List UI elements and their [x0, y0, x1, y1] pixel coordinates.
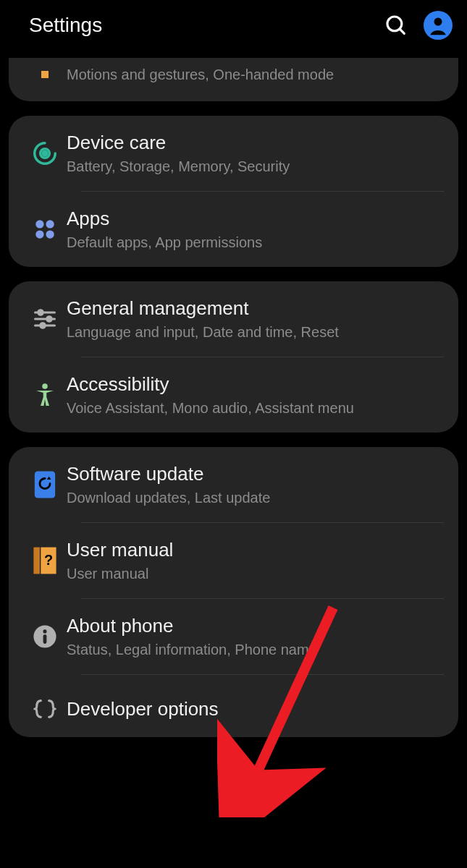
row-sub: Language and input, Date and time, Reset	[67, 324, 444, 341]
row-user-manual[interactable]: ? User manual User manual	[9, 523, 458, 598]
svg-rect-24	[43, 634, 47, 644]
settings-list: Motions and gestures, One-handed mode De…	[0, 58, 467, 737]
search-icon[interactable]	[382, 11, 411, 40]
settings-header: Settings	[0, 0, 467, 51]
svg-point-7	[35, 220, 43, 228]
row-accessibility[interactable]: Accessibility Voice Assistant, Mono audi…	[9, 357, 458, 433]
card-system: Software update Download updates, Last u…	[9, 447, 458, 737]
row-title: Apps	[67, 208, 444, 230]
svg-point-16	[41, 323, 46, 328]
row-title: Device care	[67, 132, 444, 154]
row-software-update[interactable]: Software update Download updates, Last u…	[9, 447, 458, 522]
card-advanced-features: Motions and gestures, One-handed mode	[9, 58, 458, 101]
svg-point-9	[35, 230, 43, 238]
row-sub: Download updates, Last update	[67, 490, 444, 506]
svg-line-1	[400, 29, 404, 33]
row-title: Software update	[67, 463, 444, 485]
svg-point-3	[434, 18, 442, 26]
row-developer-options[interactable]: Developer options	[9, 675, 458, 737]
apps-icon	[23, 217, 67, 242]
device-care-icon	[23, 140, 67, 167]
profile-icon[interactable]	[424, 11, 453, 40]
svg-point-17	[42, 383, 48, 389]
svg-rect-4	[41, 71, 49, 78]
svg-text:?: ?	[44, 552, 53, 568]
svg-rect-18	[35, 472, 55, 498]
row-sub: Status, Legal information, Phone name	[67, 642, 444, 658]
card-device: Device care Battery, Storage, Memory, Se…	[9, 116, 458, 267]
user-manual-icon: ?	[23, 546, 67, 575]
about-phone-icon	[23, 624, 67, 649]
advanced-icon	[23, 71, 67, 78]
card-general: General management Language and input, D…	[9, 281, 458, 433]
svg-point-6	[43, 151, 47, 156]
svg-rect-19	[33, 548, 40, 574]
row-apps[interactable]: Apps Default apps, App permissions	[9, 192, 458, 267]
row-advanced-features[interactable]: Motions and gestures, One-handed mode	[9, 58, 458, 101]
row-title: Accessibility	[67, 373, 444, 396]
software-update-icon	[23, 470, 67, 499]
row-device-care[interactable]: Device care Battery, Storage, Memory, Se…	[9, 116, 458, 191]
svg-point-12	[38, 310, 43, 315]
svg-point-14	[47, 317, 52, 322]
row-general-management[interactable]: General management Language and input, D…	[9, 281, 458, 357]
general-management-icon	[23, 306, 67, 332]
svg-point-8	[46, 220, 54, 228]
svg-point-10	[46, 230, 54, 238]
row-sub: Battery, Storage, Memory, Security	[67, 158, 444, 175]
accessibility-icon	[23, 382, 67, 408]
row-about-phone[interactable]: About phone Status, Legal information, P…	[9, 599, 458, 674]
svg-point-23	[43, 629, 46, 633]
row-sub: Motions and gestures, One-handed mode	[67, 67, 444, 83]
developer-options-icon	[23, 697, 67, 721]
row-title: Developer options	[67, 698, 444, 720]
row-title: User manual	[67, 539, 444, 561]
row-title: About phone	[67, 615, 444, 637]
row-sub: Voice Assistant, Mono audio, Assistant m…	[67, 400, 444, 417]
page-title: Settings	[29, 14, 382, 37]
header-actions	[382, 11, 453, 40]
row-sub: Default apps, App permissions	[67, 234, 444, 251]
row-sub: User manual	[67, 566, 444, 582]
row-title: General management	[67, 297, 444, 320]
